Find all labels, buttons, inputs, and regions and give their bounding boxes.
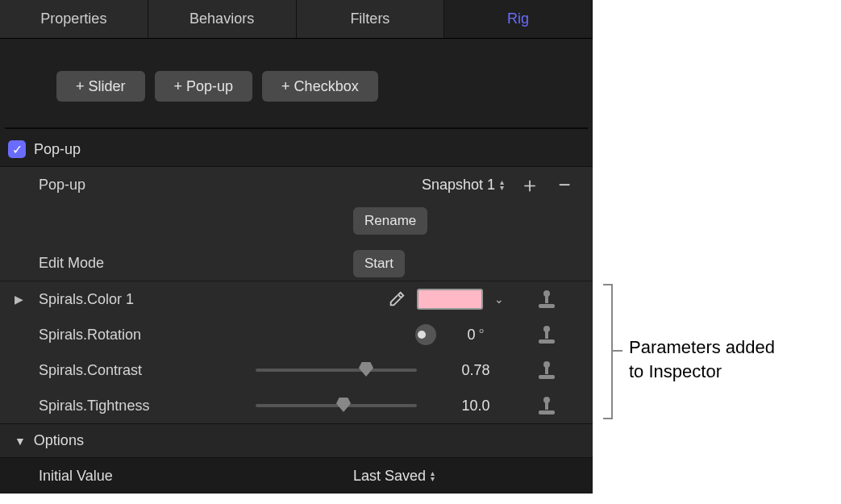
- tab-filters[interactable]: Filters: [297, 0, 445, 38]
- edit-mode-row: Edit Mode Start: [0, 246, 593, 281]
- callout-bracket: [597, 284, 619, 419]
- callout-text: Parameters added to Inspector: [629, 335, 775, 383]
- color-well[interactable]: [417, 289, 483, 310]
- color-disclosure-icon[interactable]: ▶: [15, 293, 23, 306]
- rename-button[interactable]: Rename: [353, 207, 427, 235]
- options-group: ▼ Options Initial Value Last Saved ▴▾: [0, 424, 593, 494]
- inspector-panel: Properties Behaviors Filters Rig + Slide…: [0, 0, 593, 494]
- initial-value-menu[interactable]: Last Saved ▴▾: [353, 468, 435, 485]
- contrast-slider[interactable]: [256, 369, 417, 372]
- popup-section-title: Pop-up: [34, 141, 81, 158]
- popup-selected-value: Snapshot 1: [422, 177, 495, 194]
- popup-label: Pop-up: [39, 177, 240, 194]
- add-widget-row: + Slider + Pop-up + Checkbox: [0, 39, 593, 118]
- stepper-icon: ▴▾: [431, 470, 435, 481]
- param-contrast-row: Spirals.Contrast 0.78: [0, 352, 593, 388]
- popup-parameter-group: Pop-up Snapshot 1 ▴▾ ＋ − Rename Edit Mod…: [0, 166, 593, 424]
- edit-mode-start-button[interactable]: Start: [353, 250, 405, 277]
- tab-properties[interactable]: Properties: [0, 0, 148, 38]
- eyedropper-icon[interactable]: [388, 290, 406, 308]
- joystick-icon[interactable]: [539, 326, 555, 344]
- add-slider-button[interactable]: + Slider: [56, 71, 145, 102]
- options-header-label: Options: [34, 432, 84, 449]
- options-header-row[interactable]: ▼ Options: [0, 424, 593, 458]
- tab-behaviors[interactable]: Behaviors: [148, 0, 297, 38]
- initial-value-row: Initial Value Last Saved ▴▾: [0, 458, 593, 494]
- stepper-icon: ▴▾: [500, 179, 504, 190]
- tightness-slider[interactable]: [256, 404, 417, 407]
- contrast-value[interactable]: 0.78: [448, 362, 504, 379]
- rotation-value[interactable]: 0°: [448, 327, 504, 344]
- rotation-dial[interactable]: [415, 324, 436, 345]
- popup-enable-checkbox[interactable]: ✓: [8, 140, 26, 158]
- tab-rig[interactable]: Rig: [444, 0, 593, 38]
- edit-mode-label: Edit Mode: [39, 255, 240, 272]
- add-snapshot-button[interactable]: ＋: [519, 171, 539, 199]
- param-tightness-row: Spirals.Tightness 10.0: [0, 388, 593, 423]
- joystick-icon[interactable]: [539, 290, 555, 308]
- tab-bar: Properties Behaviors Filters Rig: [0, 0, 593, 39]
- joystick-icon[interactable]: [539, 397, 555, 414]
- param-tightness-label: Spirals.Tightness: [39, 398, 240, 414]
- joystick-icon[interactable]: [539, 361, 555, 379]
- add-popup-button[interactable]: + Pop-up: [155, 71, 253, 102]
- popup-value-row: Pop-up Snapshot 1 ▴▾ ＋ −: [0, 167, 593, 202]
- rename-row: Rename: [0, 202, 593, 246]
- popup-value-menu[interactable]: Snapshot 1 ▴▾: [422, 177, 504, 194]
- param-color-row: ▶ Spirals.Color 1 ⌄: [0, 281, 593, 317]
- color-chevron-icon[interactable]: ⌄: [494, 293, 504, 306]
- add-checkbox-button[interactable]: + Checkbox: [262, 71, 378, 102]
- popup-section-header: ✓ Pop-up: [0, 129, 593, 166]
- param-color-label: Spirals.Color 1: [39, 291, 240, 308]
- param-contrast-label: Spirals.Contrast: [39, 362, 240, 379]
- param-rotation-row: Spirals.Rotation 0°: [0, 317, 593, 352]
- tightness-value[interactable]: 10.0: [448, 398, 504, 414]
- param-rotation-label: Spirals.Rotation: [39, 327, 240, 344]
- options-disclosure-icon[interactable]: ▼: [15, 435, 26, 448]
- initial-value-label: Initial Value: [39, 468, 248, 485]
- initial-value-selected: Last Saved: [353, 468, 426, 485]
- remove-snapshot-button[interactable]: −: [555, 173, 574, 198]
